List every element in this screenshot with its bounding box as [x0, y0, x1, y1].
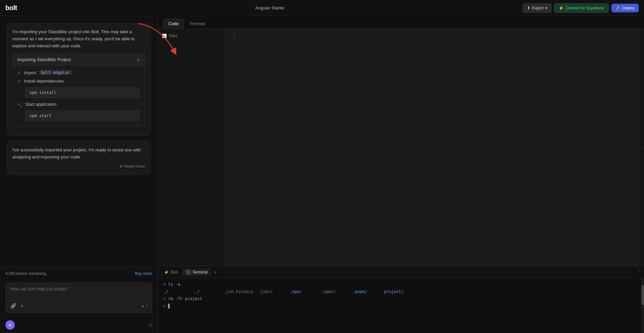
- tab-terminal[interactable]: ⬛ Terminal: [182, 269, 211, 276]
- chat-area: I'm importing your StackBlitz project in…: [0, 16, 158, 267]
- bottom-panel: ⚡ Bolt ⬛ Terminal + ⌃ > ls -a ./ ../ .: [158, 266, 644, 333]
- editor-tabs-row: Code Preview: [158, 16, 644, 29]
- success-message-text: I've successfully imported your project.…: [12, 147, 145, 161]
- step-import: ✓ Import bolt-angular: [17, 70, 140, 75]
- enhance-button[interactable]: ✦: [19, 302, 25, 309]
- step-install-label: Install dependencies: [24, 79, 64, 84]
- chat-input-area: 🔗 ✦ ▲ 1: [0, 279, 158, 318]
- toggle-sidebar-button[interactable]: ⊡: [149, 323, 152, 327]
- export-button[interactable]: ⬆ Export ▾: [523, 3, 552, 13]
- chat-input-wrapper: 🔗 ✦ ▲ 1: [5, 283, 152, 313]
- import-box: Importing StackBlitz Project ∧ ✓ Import …: [12, 53, 145, 126]
- collapse-icon[interactable]: ∧: [137, 57, 140, 62]
- tab-bolt[interactable]: ⚡ Bolt: [161, 269, 181, 276]
- step-start: >_ Start application: [17, 102, 140, 107]
- rocket-icon: 🚀: [615, 6, 620, 10]
- code-editor: 1: [225, 29, 639, 266]
- step-start-label: Start application: [25, 102, 56, 107]
- chat-input-actions: 🔗 ✦: [10, 302, 25, 309]
- chat-input[interactable]: [10, 286, 148, 300]
- expand-terminal-button[interactable]: ⌃: [638, 270, 641, 275]
- buy-more-link[interactable]: Buy more: [135, 271, 152, 276]
- add-terminal-button[interactable]: +: [212, 270, 218, 275]
- check-icon-import: ✓: [17, 70, 21, 75]
- terminal-line-2: ./ ../ .jsh_history .jshrc .npm/ .npmrc …: [163, 288, 639, 296]
- success-message-bubble: I've successfully imported your project.…: [7, 141, 151, 175]
- editor-area: ⬜ Files 1 ‹: [158, 29, 644, 266]
- line-numbers: 1: [225, 29, 239, 42]
- intro-message-text: I'm importing your StackBlitz project in…: [12, 29, 145, 49]
- bolt-logo: bolt: [5, 4, 17, 12]
- code-block-npm-start: npm start: [25, 110, 140, 122]
- supabase-icon: ⚡: [559, 6, 564, 10]
- terminal-body: > ls -a ./ ../ .jsh_history .jshrc .npm/…: [158, 278, 644, 333]
- code-block-npm-install: npm install: [25, 87, 140, 98]
- step-import-code: bolt-angular: [39, 70, 72, 75]
- files-label: Files: [169, 34, 177, 38]
- terminal-line-1: > ls -a: [163, 281, 639, 288]
- header: bolt Angular Starter ⬆ Export ▾ ⚡ Connec…: [0, 0, 644, 16]
- import-box-header: Importing StackBlitz Project ∧: [13, 54, 145, 66]
- token-count: 4.9M tokens remaining.: [5, 271, 47, 276]
- bottom-icon-row: U ⊡: [0, 318, 158, 333]
- terminal-scrollbar-thumb: [641, 285, 644, 305]
- step-install: ✓ Install dependencies: [17, 79, 140, 84]
- token-bar: 4.9M tokens remaining. Buy more: [0, 267, 158, 279]
- export-icon: ⬆: [527, 6, 530, 10]
- pending-icon-start: >_: [17, 102, 23, 107]
- warning-icon: ▲: [141, 304, 145, 308]
- import-box-body: ✓ Import bolt-angular ✓ Install dependen…: [13, 66, 145, 126]
- char-count: ▲ 1: [141, 304, 148, 308]
- alert-icon: ⊘: [120, 164, 123, 169]
- report-issue-button[interactable]: ⊘ Report Issue: [120, 163, 145, 169]
- collapse-panel-handle[interactable]: ‹: [639, 29, 644, 266]
- deploy-button[interactable]: 🚀 Deploy: [611, 4, 639, 12]
- line-number-1: 1: [225, 32, 239, 39]
- connect-supabase-button[interactable]: ⚡ Connect to Supabase: [554, 3, 608, 13]
- left-panel: I'm importing your StackBlitz project in…: [0, 16, 158, 333]
- import-box-title: Importing StackBlitz Project: [17, 57, 71, 62]
- user-avatar: U: [5, 320, 15, 330]
- terminal-line-4: > ▋: [163, 303, 639, 310]
- chat-input-footer: 🔗 ✦ ▲ 1: [10, 302, 148, 309]
- terminal-tabs-row: ⚡ Bolt ⬛ Terminal + ⌃: [158, 266, 644, 278]
- file-tree: ⬜ Files: [158, 29, 225, 266]
- tab-code[interactable]: Code: [163, 19, 184, 29]
- right-panel: Code Preview ⬜ Files 1 ‹: [158, 16, 644, 333]
- terminal-icon: ⬛: [186, 270, 191, 275]
- tab-preview[interactable]: Preview: [185, 19, 210, 28]
- intro-message-bubble: I'm importing your StackBlitz project in…: [7, 23, 151, 136]
- attach-button[interactable]: 🔗: [10, 302, 17, 309]
- main-layout: I'm importing your StackBlitz project in…: [0, 16, 644, 333]
- chevron-down-icon: ▾: [545, 6, 547, 10]
- header-actions: ⬆ Export ▾ ⚡ Connect to Supabase 🚀 Deplo…: [523, 3, 639, 13]
- files-icon: ⬜: [162, 34, 167, 38]
- file-tree-header: ⬜ Files: [158, 32, 225, 40]
- terminal-line-3: > rm -fr project: [163, 295, 639, 303]
- bolt-tab-icon: ⚡: [164, 270, 169, 275]
- check-icon-install: ✓: [17, 79, 21, 84]
- terminal-scrollbar[interactable]: [641, 278, 644, 333]
- project-title: Angular Starter: [255, 5, 284, 10]
- step-import-label: Import: [24, 70, 36, 75]
